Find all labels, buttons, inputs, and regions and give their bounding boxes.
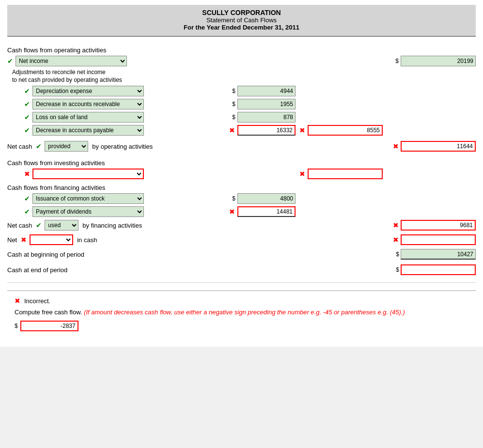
- ap-mid-input[interactable]: [237, 125, 296, 136]
- instruction-italic: (If amount decreases cash flow, use eith…: [84, 309, 405, 316]
- operating-net-cash-input[interactable]: [401, 141, 476, 152]
- ap-mid-error-icon: ✖: [229, 126, 235, 134]
- net-change-direction-select[interactable]: increase decrease: [30, 234, 73, 245]
- issuance-row: ✔ Issuance of common stock $: [24, 193, 476, 204]
- ar-dollar: $: [232, 101, 235, 108]
- net-change-input[interactable]: [401, 234, 476, 245]
- inv-label-error-icon: ✖: [24, 170, 30, 178]
- main-container: SCULLY CORPORATION Statement of Cash Flo…: [0, 0, 483, 347]
- fin-direction-check-icon: ✔: [36, 221, 42, 229]
- op-direction-check-icon: ✔: [36, 142, 42, 150]
- net-income-row: ✔ Net income $ 20199: [7, 56, 476, 66]
- financing-section: Cash flows from financing activities ✔ I…: [7, 184, 476, 231]
- financing-net-cash-input[interactable]: [401, 220, 476, 231]
- fin-net-cash-text-2: by financing activities: [82, 222, 142, 229]
- adjustments-line1: Adjustments to reconcile net income: [12, 69, 476, 76]
- issuance-dollar: $: [232, 195, 235, 202]
- financing-net-cash-value-col: ✖: [389, 220, 476, 231]
- operating-net-cash-label: Net cash ✔ provided used by operating ac…: [7, 141, 153, 152]
- ar-mid-col: $: [208, 99, 296, 109]
- net-income-input[interactable]: 20199: [401, 56, 476, 66]
- free-cash-row: $: [15, 321, 468, 331]
- div-error-icon: ✖: [229, 208, 235, 216]
- adjustments-line2: to net cash provided by operating activi…: [12, 77, 476, 83]
- investing-section: Cash flows from investing activities ✖ ✖: [7, 159, 476, 179]
- ap-right-error-icon: ✖: [299, 126, 305, 134]
- operating-section: Cash flows from operating activities ✔ N…: [7, 43, 476, 155]
- lol-dollar: $: [232, 114, 235, 121]
- section-divider: [7, 282, 476, 283]
- net-change-direction-error-icon: ✖: [21, 236, 27, 244]
- cash-end-input[interactable]: [401, 264, 476, 275]
- page-header: SCULLY CORPORATION Statement of Cash Flo…: [7, 5, 476, 37]
- cash-end-value-col: $: [389, 264, 476, 275]
- div-mid-col: ✖: [208, 206, 296, 217]
- incorrect-error-icon: ✖: [15, 297, 20, 305]
- cash-beginning-value-col: $: [389, 249, 476, 260]
- op-net-cash-error-icon: ✖: [393, 142, 399, 150]
- inv-right-error-icon: ✖: [299, 170, 305, 178]
- ap-check-icon: ✔: [24, 126, 30, 134]
- net-income-check-icon: ✔: [7, 57, 13, 65]
- operating-net-cash-line: Net cash ✔ provided used by operating ac…: [7, 141, 476, 152]
- ap-right-input[interactable]: [308, 125, 383, 136]
- incorrect-label: Incorrect.: [24, 297, 50, 305]
- ar-select[interactable]: Decrease in accounts receivable: [32, 99, 144, 109]
- depreciation-label-col: ✔ Depreciation expense: [24, 86, 208, 96]
- dividends-input[interactable]: [237, 206, 296, 217]
- dividends-row: ✔ Payment of dividends ✖: [24, 206, 476, 217]
- accounts-receivable-row: ✔ Decrease in accounts receivable $: [24, 99, 476, 109]
- operating-direction-select[interactable]: provided used: [45, 141, 88, 152]
- cash-beginning-label: Cash at beginning of period: [7, 251, 84, 258]
- cash-end-label: Cash at end of period: [7, 266, 67, 274]
- depreciation-row: ✔ Depreciation expense $: [24, 86, 476, 96]
- net-income-label-col: ✔ Net income: [7, 56, 191, 66]
- net-change-error-icon: ✖: [393, 236, 399, 244]
- lol-check-icon: ✔: [24, 113, 30, 121]
- company-name: SCULLY CORPORATION: [7, 9, 476, 16]
- free-cash-instruction: Compute free cash flow. (If amount decre…: [15, 309, 468, 316]
- ap-right-col: ✖: [296, 125, 383, 136]
- accounts-payable-row: ✔ Decrease in accounts payable ✖ ✖: [24, 125, 476, 136]
- net-change-label: Net ✖ increase decrease in cash: [7, 234, 97, 245]
- net-change-prefix: Net: [7, 236, 17, 244]
- net-change-section: Net ✖ increase decrease in cash ✖: [7, 234, 476, 245]
- depreciation-dollar: $: [232, 88, 235, 94]
- depreciation-input[interactable]: [237, 86, 296, 96]
- operating-section-title: Cash flows from operating activities: [7, 46, 476, 54]
- fin-net-cash-text-1: Net cash: [7, 222, 32, 229]
- incorrect-row: ✖ Incorrect.: [15, 297, 468, 305]
- depreciation-check-icon: ✔: [24, 87, 30, 95]
- issuance-check-icon: ✔: [24, 195, 30, 202]
- financing-direction-select[interactable]: used provided: [45, 220, 78, 231]
- inv-label-col: ✖: [24, 169, 208, 179]
- issuance-input[interactable]: [237, 193, 296, 204]
- cash-end-dollar: $: [396, 266, 399, 273]
- ap-label-col: ✔ Decrease in accounts payable: [24, 125, 208, 136]
- issuance-select[interactable]: Issuance of common stock: [32, 193, 144, 204]
- lol-input[interactable]: [237, 112, 296, 123]
- depreciation-select[interactable]: Depreciation expense: [32, 86, 144, 96]
- investing-item-row: ✖ ✖: [24, 169, 476, 179]
- lol-select[interactable]: Loss on sale of land: [32, 112, 144, 123]
- investing-item-input[interactable]: [308, 169, 383, 179]
- inv-right-col: ✖: [296, 169, 383, 179]
- net-income-value-col: $ 20199: [389, 56, 476, 66]
- cash-beginning-line: Cash at beginning of period $: [7, 249, 476, 260]
- net-income-select[interactable]: Net income: [16, 56, 127, 66]
- lol-label-col: ✔ Loss on sale of land: [24, 112, 208, 123]
- ar-input[interactable]: [237, 99, 296, 109]
- issuance-label-col: ✔ Issuance of common stock: [24, 193, 208, 204]
- free-cash-input[interactable]: [20, 321, 78, 331]
- ar-label-col: ✔ Decrease in accounts receivable: [24, 99, 208, 109]
- net-change-value-col: ✖: [389, 234, 476, 245]
- fin-net-cash-error-icon: ✖: [393, 221, 399, 229]
- investing-item-select[interactable]: [32, 169, 144, 179]
- dividends-select[interactable]: Payment of dividends: [32, 206, 144, 217]
- div-check-icon: ✔: [24, 208, 30, 216]
- ap-select[interactable]: Decrease in accounts payable: [32, 125, 144, 136]
- cash-beginning-input[interactable]: [401, 249, 476, 260]
- issuance-mid-col: $: [208, 193, 296, 204]
- financing-section-title: Cash flows from financing activities: [7, 184, 476, 191]
- statement-title: Statement of Cash Flows: [7, 16, 476, 24]
